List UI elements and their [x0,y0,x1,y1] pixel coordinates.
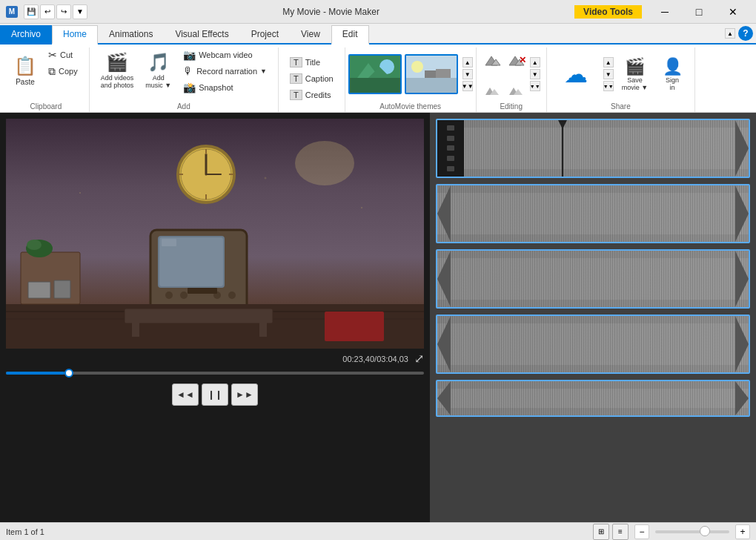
theme-preview-1 [350,56,400,93]
rewind-button[interactable]: ◄◄ [172,383,199,406]
help-button[interactable]: ? [738,26,753,41]
automovie-scroll-up[interactable]: ▲ [462,57,473,68]
snapshot-icon: 📸 [183,82,196,93]
zoom-out-button[interactable]: − [634,524,649,539]
timeline-clip-1[interactable] [436,119,750,178]
automovie-scroll-down[interactable]: ▼ [462,69,473,79]
ribbon-collapse-btn[interactable]: ▲ [725,28,735,39]
mountain-bottom-left-icon [484,85,502,96]
video-tools-badge: Video Tools [574,5,642,19]
progress-thumb[interactable] [64,369,73,378]
add-items: 🎬 Add videosand photos 🎵 Addmusic ▼ 📷 We… [96,47,272,101]
timeline-clip-5[interactable] [436,380,750,417]
redo-btn[interactable]: ↪ [56,4,71,19]
timeline-clip-3[interactable] [436,249,750,309]
timeline-clip-4[interactable] [436,315,750,374]
storyboard-view-btn[interactable]: ⊞ [593,524,609,540]
automovie-thumbs: ▲ ▼ ▼▼ [348,47,473,101]
add-music-button[interactable]: 🎵 Addmusic ▼ [140,47,176,93]
editing-scroll-more[interactable]: ▼▼ [530,81,540,91]
zoom-thumb[interactable] [700,526,710,536]
editing-icons: ✕ [483,49,527,82]
waveform-inner-3 [437,258,749,300]
save-movie-label: Savemovie ▼ [622,76,648,91]
add-videos-icon: 🎬 [106,52,128,73]
save-movie-icon: 🎬 [625,57,645,76]
tab-animations[interactable]: Animations [98,25,164,45]
close-button[interactable]: ✕ [716,0,750,24]
editing-scroll-down[interactable]: ▼ [530,69,540,79]
svg-point-49 [27,240,42,250]
play-pause-button[interactable]: ❙❙ [202,383,228,406]
rotate-left2-btn[interactable] [483,83,503,100]
share-scroll-down[interactable]: ▼ [603,69,614,79]
zoom-slider[interactable] [655,530,729,533]
title-bar: M 💾 ↩ ↪ ▼ My Movie - Movie Maker Video T… [0,0,756,24]
sign-in-label: Signin [666,76,679,91]
automovie-thumb-2[interactable] [405,54,458,94]
share-scroll: ▲ ▼ ▼▼ [603,57,614,91]
tab-project[interactable]: Project [240,25,290,45]
tab-visual-effects[interactable]: Visual Effects [164,25,239,45]
save-movie-button[interactable]: 🎬 Savemovie ▼ [617,51,653,97]
rotate-left-btn[interactable] [483,49,503,70]
tab-edit[interactable]: Edit [331,25,369,45]
status-item-info: Item 1 of 1 [6,527,44,536]
video-scene [6,119,424,349]
film-hole-3 [447,145,454,151]
minimize-button[interactable]: ─ [648,0,682,24]
caption-button[interactable]: T Caption [285,71,339,86]
progress-track[interactable] [6,372,424,375]
automovie-scroll-more[interactable]: ▼▼ [462,81,473,91]
video-progress[interactable] [6,369,424,378]
window-controls[interactable]: ─ □ ✕ [648,0,750,24]
snapshot-button[interactable]: 📸 Snapshot [178,80,272,95]
title-caption-credits: T Title T Caption T Credits [285,55,339,102]
qs-dropdown[interactable]: ▼ [73,4,87,19]
automovie-thumb-1[interactable] [348,54,402,94]
forward-icon: ►► [236,389,253,400]
zoom-in-button[interactable]: + [735,524,750,539]
clip-waveform-4 [437,316,749,372]
paste-button[interactable]: 📋 Paste [9,47,42,93]
film-hole-4 [447,156,454,161]
tab-view[interactable]: View [290,25,331,45]
timeline-scrollable[interactable] [430,113,756,522]
tab-archivo[interactable]: Archivo [0,25,52,45]
waveform-inner-4 [437,323,749,365]
credits-button[interactable]: T Credits [285,88,339,102]
paste-label: Paste [16,78,35,86]
onedrive-button[interactable]: ☁ [553,51,599,97]
waveform-inner-2 [437,193,749,234]
copy-button[interactable]: ⧉ Copy [43,64,83,79]
fullscreen-button[interactable]: ⤢ [414,352,424,366]
forward-button[interactable]: ►► [231,383,258,406]
svg-rect-6 [406,78,457,93]
svg-point-20 [295,141,354,185]
title-button[interactable]: T Title [285,55,339,70]
tab-home[interactable]: Home [52,25,98,45]
save-quick-btn[interactable]: 💾 [24,4,39,19]
quick-access[interactable]: 💾 ↩ ↪ ▼ [24,4,87,19]
share-scroll-up[interactable]: ▲ [603,57,614,68]
webcam-button[interactable]: 📷 Webcam video [178,47,272,62]
timeline-view-btn[interactable]: ≡ [612,524,629,540]
share-scroll-more[interactable]: ▼▼ [603,81,614,91]
clipboard-items: 📋 Paste ✂ Cut ⧉ Copy [9,47,83,101]
editing-scroll-up[interactable]: ▲ [530,57,540,68]
cut-button[interactable]: ✂ Cut [43,47,83,62]
record-narration-button[interactable]: 🎙 Record narration ▼ [178,64,272,79]
copy-icon: ⧉ [48,65,56,78]
timeline-clip-2[interactable] [436,184,750,243]
status-right: ⊞ ≡ − + [593,524,750,540]
sign-in-button[interactable]: 👤 Signin [656,51,689,97]
maximize-button[interactable]: □ [682,0,716,24]
status-bar: Item 1 of 1 ⊞ ≡ − + [0,522,756,540]
text-items: T Title T Caption T Credits [285,47,339,109]
clip-waveform-3 [437,251,749,307]
rotate-right-btn[interactable]: ✕ [506,49,527,82]
film-hole-5 [447,166,454,171]
undo-btn[interactable]: ↩ [40,4,55,19]
add-videos-button[interactable]: 🎬 Add videosand photos [96,47,139,93]
rotate-right2-btn[interactable] [506,83,527,100]
